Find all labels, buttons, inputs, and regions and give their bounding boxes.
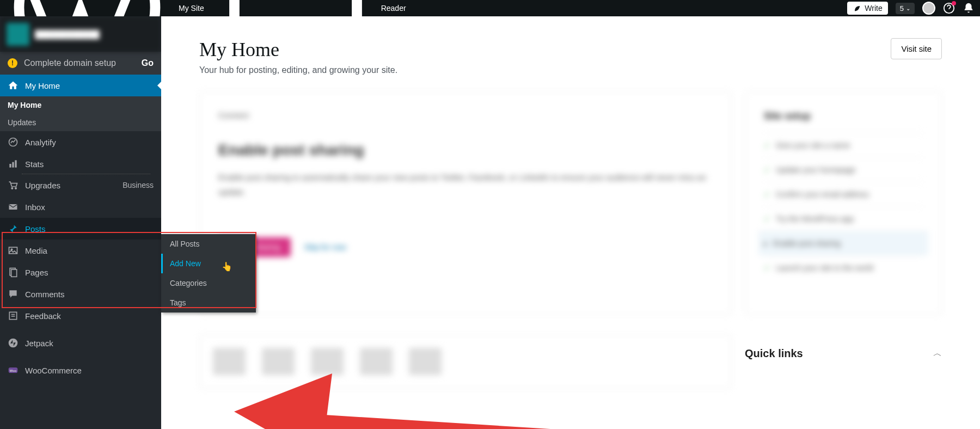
notifications-button[interactable] — [963, 2, 975, 14]
notice-text: Complete domain setup — [24, 58, 116, 68]
nav-label: Posts — [25, 224, 46, 234]
my-site-link[interactable]: My Site — [179, 4, 204, 13]
bell-icon — [963, 2, 975, 14]
write-label: Write — [865, 4, 882, 13]
skip-link[interactable]: Skip for now — [304, 243, 346, 252]
nav-my-home[interactable]: My Home — [0, 75, 161, 96]
setup-item[interactable]: ✓Update your homepage — [764, 157, 923, 182]
setup-item[interactable]: ✓Try the WordPress app — [764, 206, 923, 231]
stats-icon — [8, 158, 19, 169]
nav-label: Feedback — [25, 311, 61, 321]
nav-comments[interactable]: Comments — [0, 283, 161, 305]
svg-rect-5 — [9, 164, 11, 168]
nav-woocommerce[interactable]: Woo WooCommerce — [0, 359, 161, 381]
warning-icon: ! — [8, 58, 17, 68]
nav-media[interactable]: Media — [0, 240, 161, 261]
card-body: Enable post sharing to automatically sha… — [218, 170, 713, 199]
placeholder — [360, 348, 393, 375]
nav-label: Jetpack — [25, 339, 53, 348]
user-avatar[interactable] — [922, 2, 935, 15]
nav-upgrades[interactable]: Upgrades Business — [0, 174, 161, 196]
write-button[interactable]: Write — [847, 2, 887, 15]
flyout-all-posts[interactable]: All Posts — [161, 234, 256, 254]
nav-feedback[interactable]: Feedback — [0, 305, 161, 327]
placeholder — [262, 348, 295, 375]
nav-label: Upgrades — [25, 181, 60, 190]
subnav-my-home[interactable]: My Home — [0, 96, 161, 114]
quick-links-title: Quick links — [745, 347, 803, 360]
flyout-categories[interactable]: Categories — [161, 273, 256, 293]
nav-label: Inbox — [25, 203, 45, 212]
feedback-icon — [8, 310, 19, 321]
svg-rect-10 — [9, 204, 17, 210]
setup-item[interactable]: ✓Confirm your email address — [764, 182, 923, 206]
check-icon: ✓ — [764, 141, 770, 150]
notification-dot — [952, 1, 956, 5]
reader-label: Reader — [381, 4, 406, 13]
quick-links-header[interactable]: Quick links ︿ — [745, 336, 942, 371]
card-section: Connect — [218, 111, 713, 120]
pages-icon — [8, 267, 19, 278]
nav-label: Stats — [25, 160, 44, 169]
check-icon: ✓ — [764, 263, 770, 272]
topbar-right: Write 5 ⌄ — [847, 2, 975, 15]
setup-title: Site setup — [764, 111, 923, 122]
svg-rect-14 — [11, 269, 17, 277]
nav-label: Pages — [25, 268, 48, 277]
svg-point-8 — [11, 188, 13, 189]
flyout-add-new[interactable]: Add New — [161, 254, 256, 273]
domain-setup-notice[interactable]: ! Complete domain setup Go — [0, 52, 161, 75]
page-title: My Home — [199, 38, 397, 61]
check-icon: ✓ — [764, 214, 770, 223]
subnav-updates[interactable]: Updates — [0, 114, 161, 131]
notification-count[interactable]: 5 ⌄ — [896, 3, 915, 14]
jetpack-icon — [8, 338, 19, 348]
bullet-icon: ▸ — [764, 239, 768, 248]
admin-sidebar: ████████████ ! Complete domain setup Go … — [0, 16, 161, 429]
count-value: 5 — [900, 4, 904, 13]
leaf-icon — [853, 4, 861, 13]
nav-label: Media — [25, 246, 47, 255]
nav-posts[interactable]: Posts — [0, 218, 161, 240]
go-link[interactable]: Go — [142, 58, 154, 68]
site-setup-card: Site setup ✓Give your site a name ✓Updat… — [745, 91, 942, 315]
nav-stats[interactable]: Stats — [0, 153, 161, 173]
main-content: My Home Your hub for posting, editing, a… — [161, 16, 980, 429]
stats-card — [199, 334, 732, 389]
help-button[interactable] — [943, 2, 955, 14]
pin-icon — [8, 223, 19, 234]
setup-item[interactable]: ✓Launch your site to the world — [764, 255, 923, 280]
visit-site-button[interactable]: Visit site — [891, 38, 942, 59]
nav-inbox[interactable]: Inbox — [0, 196, 161, 218]
comment-icon — [8, 289, 19, 299]
onboarding-card: Connect Enable post sharing Enable post … — [199, 91, 732, 315]
woo-icon: Woo — [8, 365, 19, 376]
nav-analytify[interactable]: Analytify — [0, 131, 161, 153]
site-name: ████████████ — [35, 30, 155, 39]
page-subtitle: Your hub for posting, editing, and growi… — [199, 65, 397, 75]
nav-jetpack[interactable]: Jetpack — [0, 332, 161, 354]
flyout-tags[interactable]: Tags — [161, 293, 256, 312]
setup-item-active[interactable]: ▸Enable post sharing — [758, 231, 928, 255]
admin-topbar: My Site Reader Write 5 ⌄ — [0, 0, 980, 16]
content-row: Connect Enable post sharing Enable post … — [199, 91, 942, 315]
page-header: My Home Your hub for posting, editing, a… — [199, 38, 942, 75]
subnav-my-home: My Home Updates — [0, 96, 161, 131]
chevron-up-icon: ︿ — [933, 348, 942, 359]
chevron-down-icon: ⌄ — [906, 5, 910, 11]
site-thumbnail — [7, 23, 29, 46]
site-switcher[interactable]: ████████████ — [0, 16, 161, 52]
placeholder — [213, 348, 246, 375]
svg-rect-6 — [12, 162, 14, 168]
media-icon — [8, 245, 19, 256]
cart-icon — [8, 180, 19, 191]
nav-label: WooCommerce — [25, 366, 82, 375]
setup-item[interactable]: ✓Give your site a name — [764, 133, 923, 157]
placeholder — [409, 348, 442, 375]
placeholder — [311, 348, 344, 375]
my-site-label: My Site — [179, 4, 204, 13]
check-icon: ✓ — [764, 166, 770, 174]
plan-label: Business — [122, 181, 154, 189]
nav-pages[interactable]: Pages — [0, 261, 161, 283]
nav-label: Analytify — [25, 138, 56, 147]
